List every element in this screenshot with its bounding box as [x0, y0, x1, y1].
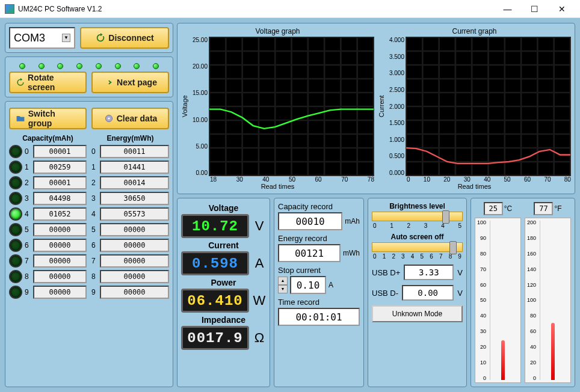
- time-record-label: Time record: [278, 298, 360, 307]
- voltage-unit: V: [253, 218, 266, 234]
- voltage-chart-title: Voltage graph: [255, 27, 300, 35]
- slot-capacity: 00000: [33, 286, 87, 299]
- window-title: UM24C PC Software V1.2: [18, 5, 494, 13]
- slot-capacity: 00259: [33, 161, 87, 174]
- slot-capacity: 04498: [33, 192, 87, 205]
- slot-energy: 00000: [100, 254, 169, 268]
- slot-row: 900000: [91, 286, 169, 299]
- energy-header: Energy(mWh): [91, 134, 169, 142]
- slot-index: 2: [91, 179, 97, 187]
- charts-panel: Voltage graph Voltage 25.0020.0015.0010.…: [177, 23, 575, 194]
- minimize-button[interactable]: —: [494, 1, 521, 17]
- slot-index: 6: [91, 241, 97, 250]
- com-port-value: COM3: [14, 32, 45, 44]
- voltage-ylabel: Voltage: [181, 37, 188, 176]
- current-chart-title: Current graph: [452, 27, 496, 35]
- auto-off-slider[interactable]: [372, 242, 463, 252]
- energy-record-value: 00121: [278, 244, 341, 262]
- app-icon: [5, 4, 14, 14]
- mode-button[interactable]: Unknown Mode: [372, 305, 463, 322]
- slot-row: 700000: [91, 254, 169, 268]
- slot-capacity: 00000: [33, 223, 87, 236]
- slot-row: 000011: [91, 145, 169, 158]
- disconnect-label: Disconnect: [108, 33, 153, 43]
- thermometer-c: 1009080706050403020100: [475, 218, 521, 383]
- slot-index: 6: [25, 241, 31, 250]
- settings-panel: Brightness level 012345 Auto screen off …: [368, 198, 467, 387]
- slot-capacity: 00000: [33, 239, 87, 252]
- stop-current-up[interactable]: ▲: [278, 277, 288, 285]
- slot-capacity: 00001: [33, 145, 87, 158]
- slot-row: 500000: [9, 223, 87, 236]
- stop-current-down[interactable]: ▼: [278, 285, 288, 293]
- nav-panel: Rotate screen Next page: [5, 57, 173, 97]
- arrow-right-icon: [103, 77, 114, 88]
- current-xlabel: Read times: [458, 183, 492, 190]
- slot-index: 3: [25, 194, 31, 203]
- current-ylabel: Current: [378, 37, 385, 176]
- impedance-label: Impedance: [181, 315, 266, 325]
- slot-energy: 30650: [100, 192, 169, 205]
- switch-group-button[interactable]: Switch group: [9, 108, 87, 129]
- slot-index: 0: [25, 147, 31, 156]
- slot-index: 0: [91, 147, 97, 156]
- connection-panel: COM3 ▼ Disconnect: [5, 23, 173, 53]
- rotate-screen-button[interactable]: Rotate screen: [9, 72, 87, 93]
- slot-index: 9: [91, 288, 97, 296]
- led-indicator: [57, 63, 63, 69]
- led-indicator: [96, 63, 102, 69]
- led-indicator: [153, 63, 159, 69]
- slot-led: [9, 161, 22, 174]
- slot-energy: 00000: [100, 223, 169, 236]
- slot-energy: 00000: [100, 270, 169, 283]
- current-plot: [406, 37, 571, 176]
- led-indicator: [39, 63, 45, 69]
- slot-led: [9, 207, 22, 221]
- stop-current-value[interactable]: 0.10: [290, 276, 326, 294]
- led-indicator: [134, 63, 140, 69]
- slot-row: 101441: [91, 161, 169, 174]
- power-value: 06.410: [181, 289, 249, 313]
- slot-row: 500000: [91, 223, 169, 236]
- slot-led: [9, 223, 22, 236]
- slot-led: [9, 254, 22, 268]
- capacity-record-unit: mAh: [345, 217, 360, 225]
- usb-dm-value: 0.00: [402, 285, 454, 301]
- usb-dm-unit: V: [457, 289, 463, 298]
- led-indicator: [19, 63, 25, 69]
- status-leds: [9, 61, 169, 69]
- next-page-button[interactable]: Next page: [91, 72, 169, 93]
- capacity-record-value: 00010: [278, 212, 342, 230]
- brightness-slider[interactable]: [372, 212, 463, 221]
- slot-index: 1: [25, 163, 31, 171]
- slot-capacity: 01052: [33, 207, 87, 221]
- led-indicator: [76, 63, 82, 69]
- stop-current-label: Stop current: [278, 266, 360, 275]
- usb-dp-value: 3.33: [404, 265, 454, 280]
- com-port-select[interactable]: COM3 ▼: [9, 27, 75, 49]
- switch-label: Switch group: [28, 109, 81, 128]
- slot-index: 8: [25, 272, 31, 281]
- temp-f-unit: °F: [554, 204, 561, 213]
- slot-row: 401052: [9, 207, 87, 221]
- power-label: Power: [181, 278, 266, 287]
- capacity-record-label: Capacity record: [278, 202, 360, 211]
- slot-index: 7: [91, 257, 97, 265]
- slot-index: 1: [91, 163, 97, 171]
- slot-index: 8: [91, 272, 97, 281]
- maximize-button[interactable]: ☐: [521, 1, 548, 17]
- clear-data-button[interactable]: Clear data: [91, 108, 169, 129]
- slot-index: 5: [91, 225, 97, 234]
- slot-index: 2: [25, 179, 31, 187]
- svg-point-1: [108, 117, 110, 119]
- close-button[interactable]: ✕: [548, 1, 575, 17]
- voltage-value: 10.72: [181, 214, 249, 238]
- usb-dp-unit: V: [457, 268, 463, 277]
- slot-energy: 00011: [100, 145, 169, 158]
- disconnect-button[interactable]: Disconnect: [80, 27, 169, 49]
- slot-led: [9, 270, 22, 283]
- slot-energy: 00000: [100, 239, 169, 252]
- time-record-value: 00:01:01: [278, 308, 360, 326]
- slot-index: 4: [25, 210, 31, 218]
- slot-row: 700000: [9, 254, 87, 268]
